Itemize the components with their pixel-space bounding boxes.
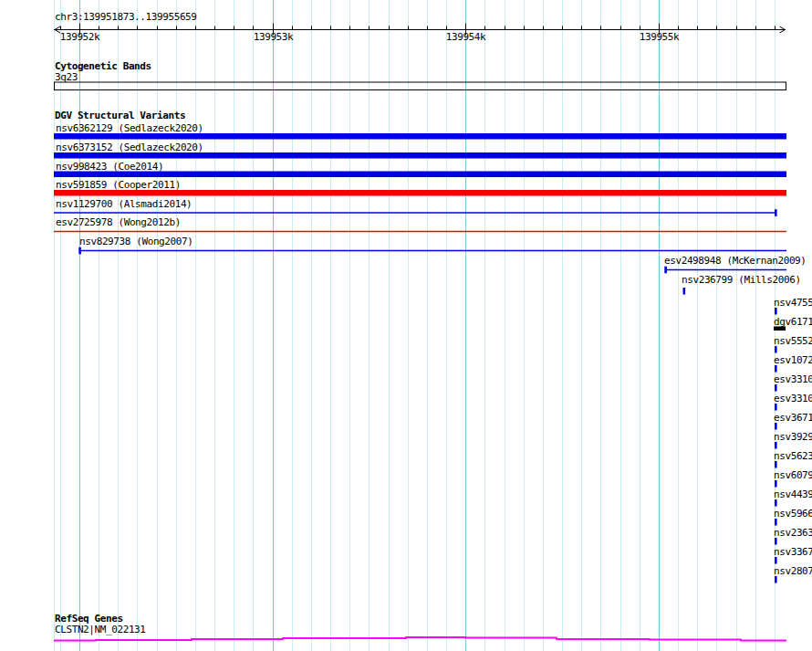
refseq-heading: RefSeq Genes bbox=[55, 614, 123, 623]
variant-label[interactable]: nsv829738 (Wong2007) bbox=[79, 237, 193, 246]
variant-point-glyph[interactable] bbox=[775, 423, 777, 430]
variant-end-tick bbox=[775, 209, 777, 216]
variant-bar-glyph[interactable] bbox=[54, 172, 786, 178]
variant-label[interactable]: nsv4755 bbox=[774, 299, 812, 307]
variant-label[interactable]: nsv5623 bbox=[774, 452, 812, 460]
variant-label[interactable]: nsv5552 bbox=[774, 337, 812, 345]
variant-point-glyph[interactable] bbox=[775, 576, 777, 583]
variant-point-glyph[interactable] bbox=[775, 499, 777, 507]
variant-point-glyph[interactable] bbox=[775, 480, 777, 488]
variant-label[interactable]: nsv6079 bbox=[774, 471, 812, 479]
variant-point-glyph[interactable] bbox=[775, 384, 777, 392]
variant-point-glyph[interactable] bbox=[775, 557, 777, 564]
variant-point-glyph[interactable] bbox=[775, 365, 777, 373]
variant-point-glyph[interactable] bbox=[775, 308, 777, 315]
variant-label[interactable]: nsv4439 bbox=[774, 490, 812, 499]
variant-point-glyph[interactable] bbox=[775, 404, 777, 411]
variant-label[interactable]: nsv6373152 (Sedlazeck2020) bbox=[56, 143, 203, 152]
variant-label[interactable]: nsv3929 bbox=[774, 433, 812, 441]
variant-label[interactable]: esv1072 bbox=[774, 356, 812, 364]
ruler-tick-label: 139953k bbox=[254, 33, 294, 41]
variant-label[interactable]: esv3310 bbox=[774, 375, 812, 383]
variant-label[interactable]: nsv236799 (Mills2006) bbox=[682, 276, 801, 284]
dgv-heading: DGV Structural Variants bbox=[55, 111, 185, 120]
variant-label[interactable]: nsv998423 (Coe2014) bbox=[56, 163, 163, 171]
variant-label[interactable]: esv2498948 (McKernan2009) bbox=[664, 257, 807, 265]
variant-label[interactable]: nsv3367 bbox=[774, 548, 812, 556]
cytoband-box bbox=[55, 82, 786, 90]
gene-name-label[interactable]: CLSTN2|NM_022131 bbox=[55, 625, 146, 634]
variant-label[interactable]: nsv2363 bbox=[774, 529, 812, 537]
variant-point-glyph[interactable] bbox=[683, 288, 686, 295]
gene-glyph[interactable] bbox=[54, 637, 786, 641]
variant-point-glyph[interactable] bbox=[775, 346, 777, 353]
variant-end-tick bbox=[78, 247, 81, 255]
ruler-tick-label: 139954k bbox=[446, 33, 486, 41]
ruler-tick-label: 139952k bbox=[60, 33, 100, 41]
variant-label[interactable]: esv2725978 (Wong2012b) bbox=[56, 218, 181, 226]
variant-end-tick bbox=[664, 267, 667, 274]
variant-label[interactable]: nsv6362129 (Sedlazeck2020) bbox=[56, 124, 203, 132]
variant-label[interactable]: nsv5966 bbox=[774, 509, 812, 518]
variant-label[interactable]: nsv1129700 (Alsmadi2014) bbox=[56, 200, 192, 208]
variant-point-glyph[interactable] bbox=[775, 442, 777, 449]
browser-graphics-layer bbox=[0, 0, 812, 651]
variant-label[interactable]: nsv591859 (Cooper2011) bbox=[56, 181, 181, 189]
cytoband-label: 3q23 bbox=[55, 73, 78, 81]
variant-point-glyph[interactable] bbox=[775, 461, 777, 468]
variant-label[interactable]: esv3671 bbox=[774, 414, 812, 422]
variant-label[interactable]: nsv2807 bbox=[774, 567, 812, 575]
genome-browser-panel: chr3:139951873..139955659 Cytogenetic Ba… bbox=[0, 0, 812, 651]
region-title: chr3:139951873..139955659 bbox=[55, 13, 197, 21]
variant-point-glyph[interactable] bbox=[775, 519, 777, 526]
cytogenetic-heading: Cytogenetic Bands bbox=[55, 62, 151, 70]
ruler-tick-label: 139955k bbox=[640, 33, 680, 41]
variant-label[interactable]: dgv6171 bbox=[774, 318, 812, 326]
variant-point-glyph[interactable] bbox=[775, 538, 777, 545]
variant-label[interactable]: esv3310 bbox=[774, 394, 812, 403]
